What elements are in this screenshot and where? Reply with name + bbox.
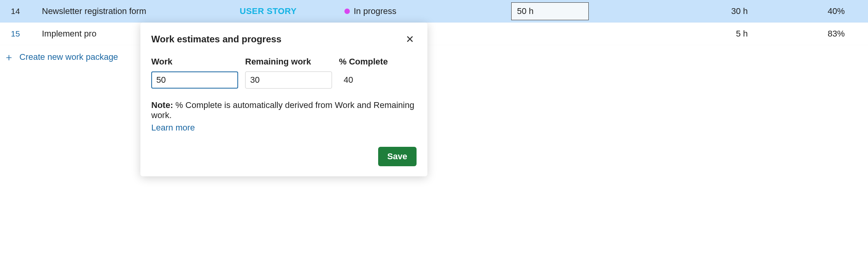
- row-complete[interactable]: 40%: [771, 6, 868, 16]
- modal-fields: Work Remaining work % Complete 40: [151, 57, 417, 69]
- close-button[interactable]: ✕: [403, 33, 417, 45]
- status-dot-icon: [344, 9, 350, 14]
- row-subject[interactable]: Newsletter registration form: [42, 6, 240, 16]
- modal-header: Work estimates and progress ✕: [151, 33, 417, 45]
- row-type: USER STORY: [240, 6, 344, 16]
- close-icon: ✕: [406, 33, 414, 45]
- modal-title: Work estimates and progress: [151, 34, 282, 45]
- work-estimates-modal: Work estimates and progress ✕ Work Remai…: [140, 23, 427, 69]
- table-row[interactable]: 14 Newsletter registration form USER STO…: [0, 0, 868, 23]
- table-row[interactable]: 15 Implement pro 5 h 83%: [0, 23, 868, 45]
- percent-complete-label: % Complete: [339, 57, 388, 67]
- create-work-package-link[interactable]: ＋ Create new work package: [0, 45, 868, 69]
- work-field-group: Work: [151, 57, 238, 69]
- row-status[interactable]: In progress: [344, 6, 511, 16]
- create-work-package-label: Create new work package: [19, 52, 118, 62]
- status-label: In progress: [354, 6, 396, 16]
- work-label: Work: [151, 57, 238, 67]
- plus-icon: ＋: [4, 52, 14, 62]
- remaining-work-field-group: Remaining work: [245, 57, 332, 69]
- row-complete[interactable]: 83%: [771, 29, 868, 39]
- percent-complete-field-group: % Complete 40: [339, 57, 388, 69]
- row-work-editing-cell[interactable]: 50 h: [511, 2, 647, 20]
- row-id[interactable]: 14: [11, 7, 42, 16]
- row-remaining[interactable]: 5 h: [647, 29, 771, 39]
- row-id[interactable]: 15: [11, 29, 42, 38]
- work-editing-value[interactable]: 50 h: [511, 2, 589, 20]
- remaining-work-label: Remaining work: [245, 57, 332, 67]
- row-remaining[interactable]: 30 h: [647, 6, 771, 16]
